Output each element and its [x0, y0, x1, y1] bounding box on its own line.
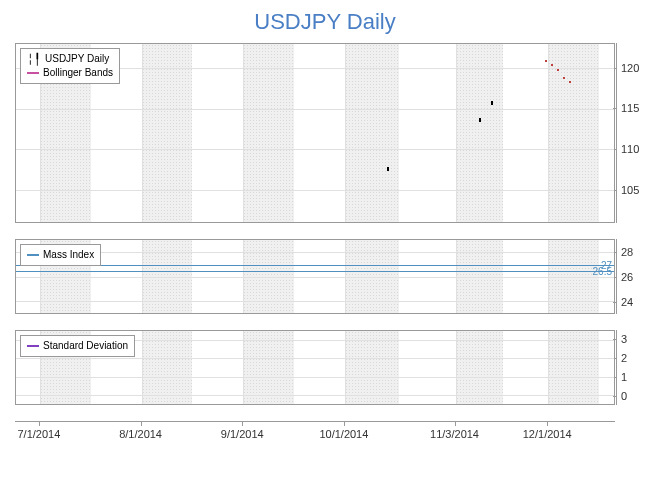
legend-std: Standard Deviation — [20, 335, 135, 357]
price-point — [569, 81, 571, 83]
x-tick-label: 9/1/2014 — [221, 428, 264, 440]
line-swatch-icon — [27, 72, 39, 74]
y-tick-label: 26 — [621, 271, 633, 283]
price-point — [491, 101, 493, 105]
legend-item-mass: Mass Index — [27, 248, 94, 262]
legend-item-std: Standard Deviation — [27, 339, 128, 353]
x-tick-label: 12/1/2014 — [523, 428, 572, 440]
legend-main: ╎╿ USDJPY Daily Bollinger Bands — [20, 48, 120, 84]
y-tick-label: 28 — [621, 246, 633, 258]
legend-mass: Mass Index — [20, 244, 101, 266]
reference-line — [16, 271, 614, 272]
price-point — [387, 167, 389, 171]
price-point — [563, 77, 565, 79]
panel-mass-index: Mass Index 242628 2726.5 — [15, 239, 615, 314]
price-panel[interactable]: ╎╿ USDJPY Daily Bollinger Bands 10511011… — [15, 43, 615, 223]
std-dev-panel[interactable]: Standard Deviation 0123 — [15, 330, 615, 405]
x-tick-label: 7/1/2014 — [17, 428, 60, 440]
x-axis: 7/1/20148/1/20149/1/201410/1/201411/3/20… — [15, 421, 615, 449]
legend-label: Standard Deviation — [43, 339, 128, 353]
candlestick-icon: ╎╿ — [27, 52, 41, 66]
y-tick-label: 110 — [621, 143, 639, 155]
legend-item-usdjpy: ╎╿ USDJPY Daily — [27, 52, 113, 66]
y-tick-label: 0 — [621, 390, 627, 402]
price-point — [545, 60, 547, 62]
reference-label: 26.5 — [593, 266, 612, 277]
panel-price: ╎╿ USDJPY Daily Bollinger Bands 10511011… — [15, 43, 615, 223]
line-swatch-icon — [27, 254, 39, 256]
price-point — [551, 64, 553, 66]
legend-label: Mass Index — [43, 248, 94, 262]
mass-index-panel[interactable]: Mass Index 242628 2726.5 — [15, 239, 615, 314]
chart-title: USDJPY Daily — [10, 5, 640, 43]
chart-container: USDJPY Daily ╎╿ USDJPY Daily Bollinger B… — [10, 5, 640, 495]
x-tick-label: 8/1/2014 — [119, 428, 162, 440]
legend-item-bollinger: Bollinger Bands — [27, 66, 113, 80]
y-tick-label: 24 — [621, 296, 633, 308]
y-axis-mass: 242628 — [616, 239, 650, 314]
y-tick-label: 115 — [621, 102, 639, 114]
legend-label: Bollinger Bands — [43, 66, 113, 80]
y-tick-label: 3 — [621, 333, 627, 345]
y-tick-label: 120 — [621, 62, 639, 74]
y-tick-label: 2 — [621, 352, 627, 364]
y-axis-price: 105110115120 — [616, 43, 650, 223]
line-swatch-icon — [27, 345, 39, 347]
y-tick-label: 1 — [621, 371, 627, 383]
legend-label: USDJPY Daily — [45, 52, 109, 66]
y-tick-label: 105 — [621, 184, 639, 196]
x-tick-label: 11/3/2014 — [430, 428, 479, 440]
panel-std-dev: Standard Deviation 0123 — [15, 330, 615, 405]
x-tick-label: 10/1/2014 — [319, 428, 368, 440]
y-axis-std: 0123 — [616, 330, 650, 405]
price-point — [557, 69, 559, 71]
reference-line — [16, 265, 614, 266]
price-point — [479, 118, 481, 122]
